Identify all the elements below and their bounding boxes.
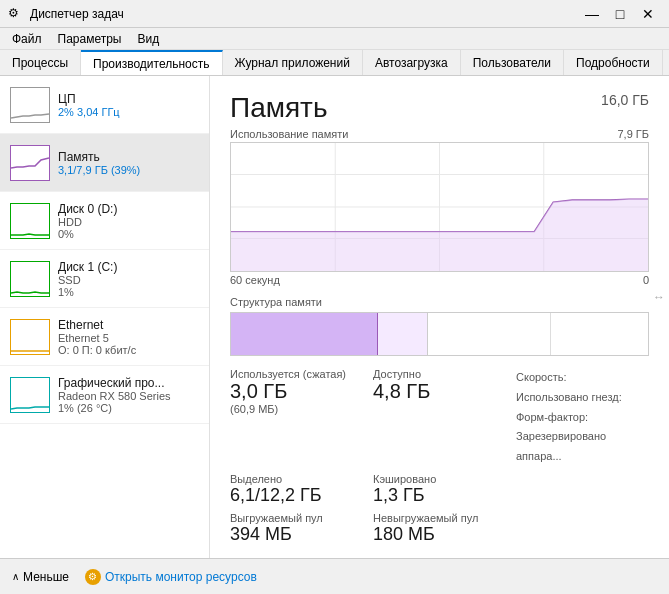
chevron-icon: ∧ (12, 571, 19, 582)
detail-header: Память 16,0 ГБ (230, 92, 649, 124)
app-icon: ⚙ (8, 6, 24, 22)
stat-paged-label: Выгружаемый пул (230, 512, 363, 524)
stat-used: Используется (сжатая) 3,0 ГБ (60,9 МБ) (230, 368, 363, 467)
detail-total: 16,0 ГБ (601, 92, 649, 108)
eth-mini-chart (10, 319, 50, 355)
tab-processes[interactable]: Процессы (0, 50, 81, 75)
maximize-button[interactable]: □ (607, 4, 633, 24)
tab-performance[interactable]: Производительность (81, 50, 222, 75)
tab-users[interactable]: Пользователи (461, 50, 564, 75)
disk1-info: Диск 1 (C:) SSD 1% (58, 260, 199, 298)
stat-nonpaged-pool: Невыгружаемый пул 180 МБ (373, 512, 506, 545)
disk0-title: Диск 0 (D:) (58, 202, 199, 216)
less-button[interactable]: ∧ Меньше (12, 570, 69, 584)
disk1-mini-chart (10, 261, 50, 297)
sidebar-item-ethernet[interactable]: Ethernet Ethernet 5 О: 0 П: 0 кбит/с (0, 308, 209, 366)
eth-info: Ethernet Ethernet 5 О: 0 П: 0 кбит/с (58, 318, 199, 356)
chart-label: Использование памяти (230, 128, 348, 140)
detail-panel: Память 16,0 ГБ Использование памяти 7,9 … (210, 76, 669, 558)
chart-label-row: Использование памяти 7,9 ГБ (230, 128, 649, 140)
struct-standby (428, 313, 551, 355)
eth-subtitle: Ethernet 5 (58, 332, 199, 344)
time-0: 0 (643, 274, 649, 286)
monitor-link[interactable]: ⚙ Открыть монитор ресурсов (85, 569, 257, 585)
stat-available-label: Доступно (373, 368, 506, 380)
stat-used-label: Используется (сжатая) (230, 368, 363, 380)
cpu-value: 2% 3,04 ГГц (58, 106, 199, 118)
sidebar-item-disk0[interactable]: Диск 0 (D:) HDD 0% (0, 192, 209, 250)
stat-cached-value: 1,3 ГБ (373, 485, 506, 506)
struct-free (551, 313, 648, 355)
main-content: ЦП 2% 3,04 ГГц Память 3,1/7,9 ГБ (39%) (0, 76, 669, 558)
sidebar: ЦП 2% 3,04 ГГц Память 3,1/7,9 ГБ (39%) (0, 76, 210, 558)
usage-chart-section: Использование памяти 7,9 ГБ (230, 128, 649, 286)
sidebar-item-memory[interactable]: Память 3,1/7,9 ГБ (39%) (0, 134, 209, 192)
gpu-mini-chart (10, 377, 50, 413)
disk0-subtitle: HDD (58, 216, 199, 228)
mem-title: Память (58, 150, 199, 164)
chart-max: 7,9 ГБ (617, 128, 649, 140)
stat-available: Доступно 4,8 ГБ (373, 368, 506, 467)
monitor-icon: ⚙ (85, 569, 101, 585)
struct-label: Структура памяти (230, 296, 649, 308)
sidebar-item-gpu[interactable]: Графический про... Radeon RX 580 Series … (0, 366, 209, 424)
memory-usage-chart (230, 142, 649, 272)
chart-time-row: 60 секунд 0 (230, 274, 649, 286)
struct-chart (230, 312, 649, 356)
struct-used (231, 313, 378, 355)
stat-allocated-label: Выделено (230, 473, 363, 485)
mem-mini-chart (10, 145, 50, 181)
disk0-info: Диск 0 (D:) HDD 0% (58, 202, 199, 240)
disk1-value: 1% (58, 286, 199, 298)
tab-services[interactable]: Службы (663, 50, 669, 75)
struct-modified (378, 313, 428, 355)
gpu-value: 1% (26 °C) (58, 402, 199, 414)
stat-used-value: 3,0 ГБ (230, 380, 363, 403)
tab-details[interactable]: Подробности (564, 50, 663, 75)
disk0-value: 0% (58, 228, 199, 240)
stat-allocated: Выделено 6,1/12,2 ГБ (230, 473, 363, 506)
monitor-label: Открыть монитор ресурсов (105, 570, 257, 584)
close-button[interactable]: ✕ (635, 4, 661, 24)
disk0-mini-chart (10, 203, 50, 239)
sidebar-item-cpu[interactable]: ЦП 2% 3,04 ГГц (0, 76, 209, 134)
gpu-title: Графический про... (58, 376, 199, 390)
minimize-button[interactable]: — (579, 4, 605, 24)
footer: ∧ Меньше ⚙ Открыть монитор ресурсов (0, 558, 669, 594)
stats-grid: Используется (сжатая) 3,0 ГБ (60,9 МБ) Д… (230, 368, 649, 545)
stat-cached: Кэшировано 1,3 ГБ (373, 473, 506, 506)
mem-info: Память 3,1/7,9 ГБ (39%) (58, 150, 199, 176)
app-title: Диспетчер задач (30, 7, 579, 21)
tab-app-history[interactable]: Журнал приложений (223, 50, 363, 75)
cpu-info: ЦП 2% 3,04 ГГц (58, 92, 199, 118)
disk1-subtitle: SSD (58, 274, 199, 286)
mem-value: 3,1/7,9 ГБ (39%) (58, 164, 199, 176)
window-controls: — □ ✕ (579, 4, 661, 24)
menu-params[interactable]: Параметры (50, 30, 130, 48)
cpu-mini-chart (10, 87, 50, 123)
stat-used-sub: (60,9 МБ) (230, 403, 363, 415)
tab-bar: Процессы Производительность Журнал прило… (0, 50, 669, 76)
menu-bar: Файл Параметры Вид (0, 28, 669, 50)
detail-title: Память (230, 92, 328, 124)
sidebar-item-disk1[interactable]: Диск 1 (C:) SSD 1% (0, 250, 209, 308)
disk1-title: Диск 1 (C:) (58, 260, 199, 274)
cpu-title: ЦП (58, 92, 199, 106)
stat-cached-label: Кэшировано (373, 473, 506, 485)
menu-view[interactable]: Вид (129, 30, 167, 48)
stat-allocated-value: 6,1/12,2 ГБ (230, 485, 363, 506)
tab-startup[interactable]: Автозагрузка (363, 50, 461, 75)
scroll-indicator: ↔ (649, 286, 669, 308)
stat-paged-pool: Выгружаемый пул 394 МБ (230, 512, 363, 545)
struct-section: Структура памяти (230, 296, 649, 356)
stat-nonpaged-value: 180 МБ (373, 524, 506, 545)
menu-file[interactable]: Файл (4, 30, 50, 48)
title-bar: ⚙ Диспетчер задач — □ ✕ (0, 0, 669, 28)
stat-paged-value: 394 МБ (230, 524, 363, 545)
stat-available-value: 4,8 ГБ (373, 380, 506, 403)
stat-nonpaged-label: Невыгружаемый пул (373, 512, 506, 524)
time-60: 60 секунд (230, 274, 280, 286)
gpu-subtitle: Radeon RX 580 Series (58, 390, 199, 402)
stat-speed: Скорость: Использовано гнезд: Форм-факто… (516, 368, 649, 467)
eth-value: О: 0 П: 0 кбит/с (58, 344, 199, 356)
